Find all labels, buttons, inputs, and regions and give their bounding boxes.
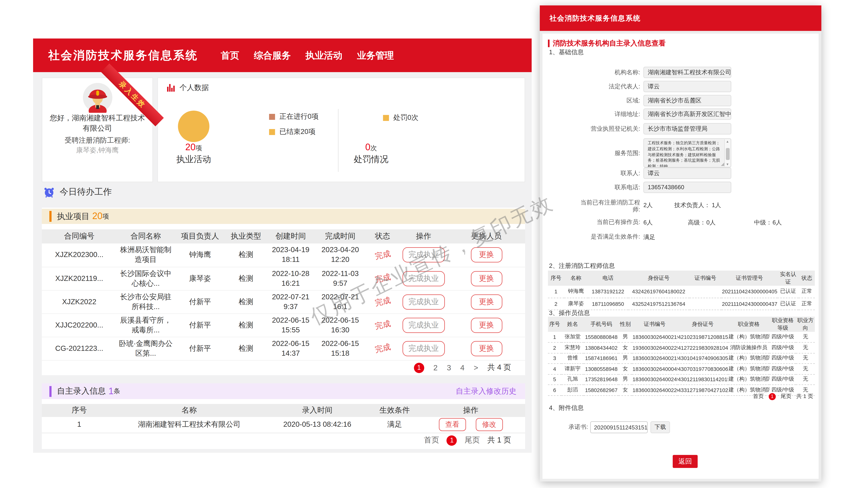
effective-condition-value: 满足 (643, 233, 655, 241)
col-status: 状态 (366, 229, 399, 243)
status-stamp: 完成 (374, 272, 391, 285)
self-entry-table: 序号 名称 录入时间 生效条件 操作 1 湖南湘建智科工程技术有限公司 2020… (42, 404, 525, 433)
scroll-down-icon[interactable]: ▼ (725, 163, 730, 166)
nav-item-practice[interactable]: 执业活动 (305, 49, 342, 62)
complete-practice-button[interactable]: 完成执业 (402, 271, 445, 286)
legal-rep-input[interactable]: 谭云 (643, 81, 731, 92)
legend-swatch-finished (269, 129, 275, 135)
section-engineers: 2、注册消防工程师信息 (549, 262, 615, 270)
nav-item-home[interactable]: 首页 (221, 49, 239, 62)
address-input[interactable]: 湖南省长沙市高新开发区汇智中路169号金导园- (643, 108, 731, 120)
col-id-number: 身份证号 (677, 317, 728, 332)
replace-person-button[interactable]: 更换 (471, 271, 502, 286)
self-entry-section-bar: 自主录入信息 1 条 自主录入修改历史 (42, 383, 525, 399)
license-authority-label: 营业执照登记机关: (577, 125, 640, 132)
scrollbar[interactable]: ▲ ▼ (724, 139, 730, 166)
region-input[interactable]: 湖南省长沙市岳麓区 (643, 95, 731, 106)
activity-label: 执业活动 (158, 154, 229, 165)
penalty-legend-row: 处罚0次 (383, 113, 418, 128)
back-button[interactable]: 返回 (673, 455, 698, 468)
scroll-up-icon[interactable]: ▲ (725, 140, 730, 143)
self-entry-pagination: 首页 1 尾页 共 1 页 (42, 433, 525, 448)
senior-count: 0人 (706, 219, 716, 227)
col-created: 创建时间 (267, 229, 315, 243)
col-contract-name: 合同名称 (117, 229, 175, 243)
col-index: 序号 (42, 404, 117, 417)
penalty-label: 处罚情况 (339, 154, 404, 165)
main-nav: 首页 综合服务 执业活动 业务管理 (221, 49, 394, 62)
page-4[interactable]: 4 (460, 363, 464, 372)
org-name-input[interactable]: 湖南湘建智科工程技术有限公司 (643, 67, 731, 78)
page-1-current[interactable]: 1 (414, 363, 424, 373)
detail-panel-card: 消防技术服务机构自主录入信息查看 1、基础信息 机构名称: 湖南湘建智科工程技术… (542, 34, 818, 479)
page-3[interactable]: 3 (447, 363, 451, 372)
cell-contract: XJJC202200... (42, 314, 117, 337)
col-phone: 电话 (588, 270, 628, 286)
attachment-filename-input[interactable]: 20200915112453151.pdf (590, 421, 648, 433)
activity-pie-chart (178, 110, 209, 142)
replace-person-button[interactable]: 更换 (471, 248, 502, 263)
page-1-current[interactable]: 1 (769, 393, 776, 400)
contact-phone-label: 联系电话: (577, 184, 640, 191)
first-page[interactable]: 首页 (424, 435, 439, 445)
view-button[interactable]: 查看 (439, 418, 466, 431)
col-status: 状态 (799, 270, 815, 286)
cell-created: 2022-06-15 15:55 (267, 314, 315, 337)
first-page[interactable]: 首页 (753, 393, 764, 400)
region-label: 区域: (577, 97, 640, 104)
license-authority-input[interactable]: 长沙市市场监督管理局 (643, 123, 731, 134)
projects-card: 执业项目 20 项 合同编号 合同名称 项目负责人 执业类型 创建时间 完成时间… (42, 208, 525, 375)
last-page[interactable]: 尾页 (781, 393, 792, 400)
cell-type: 检测 (225, 267, 267, 290)
col-contract-no: 合同编号 (42, 229, 117, 243)
col-finished: 完成时间 (315, 229, 366, 243)
projects-pagination: 1 2 3 4 > 共 4 页 (42, 360, 525, 375)
download-button[interactable]: 下载 (650, 421, 670, 433)
profile-card: 录入生效 您好，湖南湘建智科工程技术 有限公司 受聘注册消防工程师: 康琴姿,钟… (42, 77, 153, 182)
commitment-letter-label: 承诺书: (525, 423, 588, 430)
hired-engineers-names: 康琴姿,钟海鹰 (42, 146, 152, 155)
legend-swatch-penalty (383, 115, 389, 121)
nav-item-services[interactable]: 综合服务 (254, 49, 291, 62)
last-page[interactable]: 尾页 (465, 435, 480, 445)
contact-phone-input[interactable]: 13657438660 (643, 182, 731, 193)
replace-person-button[interactable]: 更换 (471, 341, 502, 356)
col-replace: 更换人员 (448, 229, 525, 243)
col-type: 执业类型 (225, 229, 267, 243)
col-mobile: 手机号码 (584, 317, 619, 332)
complete-practice-button[interactable]: 完成执业 (402, 318, 445, 333)
nav-item-business[interactable]: 业务管理 (357, 49, 394, 62)
projects-table: 合同编号 合同名称 项目负责人 执业类型 创建时间 完成时间 状态 操作 更换人… (42, 229, 525, 360)
col-index: 序号 (548, 317, 561, 332)
operators-table: 序号 姓名 手机号码 性别 证书编号 身份证号 职业资格 职业资格等级 职业方向… (548, 317, 815, 396)
app-title: 社会消防技术服务信息系统 (48, 48, 198, 63)
replace-person-button[interactable]: 更换 (471, 294, 502, 310)
service-scope-textarea[interactable]: 工程技术服务；独立的第三方质量检测；建设工程检测；水利水电工程检测；公路与桥梁检… (643, 138, 731, 167)
next-page[interactable]: > (474, 363, 478, 372)
penalty-count: 0 (365, 142, 370, 152)
self-entry-history-link[interactable]: 自主录入修改历史 (456, 386, 517, 396)
complete-practice-button[interactable]: 完成执业 (402, 341, 445, 356)
complete-practice-button[interactable]: 完成执业 (402, 294, 445, 310)
page-2[interactable]: 2 (433, 363, 438, 372)
cell-condition: 满足 (373, 417, 416, 433)
section-basic-info: 1、基础信息 (549, 48, 584, 56)
cell-created: 2022-06-15 14:37 (267, 337, 315, 360)
col-index: 序号 (548, 270, 564, 286)
cell-finished: 2022-06-15 15:18 (315, 337, 366, 360)
complete-practice-button[interactable]: 完成执业 (402, 248, 445, 263)
scrollbar-thumb[interactable] (726, 148, 730, 160)
cell-name: 湖南湘建智科工程技术有限公司 (117, 417, 262, 433)
self-entry-card: 自主录入信息 1 条 自主录入修改历史 序号 名称 录入时间 生效条件 操作 1 (42, 383, 525, 449)
cell-name: 株洲易沃智能制造项目 (117, 243, 175, 267)
table-row: 3 曾维 15874186961 男 1836003026400215 4301… (548, 353, 815, 364)
edit-button[interactable]: 修改 (475, 418, 503, 431)
table-row: 2 宋慧玲 13808434402 女 1936003026400225 412… (548, 343, 815, 353)
col-cert-no: 证书编号 (632, 317, 677, 332)
cell-name: 长沙国际会议中心核心... (117, 267, 175, 290)
replace-person-button[interactable]: 更换 (471, 318, 502, 333)
page-1-current[interactable]: 1 (447, 435, 457, 446)
contact-input[interactable]: 谭云 (643, 167, 731, 179)
status-stamp: 完成 (374, 248, 391, 261)
col-name: 名称 (564, 270, 588, 286)
